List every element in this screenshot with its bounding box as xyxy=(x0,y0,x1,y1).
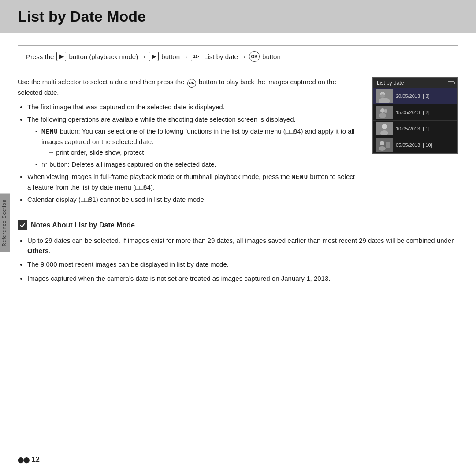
screen-title: List by date xyxy=(377,80,404,86)
thumb-3 xyxy=(376,122,393,135)
svg-point-8 xyxy=(384,109,387,113)
camera-row-3[interactable]: 10/05/2013 [ 1] xyxy=(373,121,457,137)
camera-row-4[interactable]: 05/05/2013 [ 10] xyxy=(373,137,457,153)
checkmark-svg xyxy=(19,222,26,228)
thumb-svg-2 xyxy=(376,106,393,119)
check-icon xyxy=(18,220,27,230)
ok-inline-icon: OK xyxy=(187,79,196,88)
row-1-date: 20/05/2013 [ 3] xyxy=(396,93,455,99)
camera-screen: List by date 20/05/2013 [ 3] xyxy=(372,77,458,154)
notes-title: Notes About List by Date Mode xyxy=(31,221,135,229)
notes-header: Notes About List by Date Mode xyxy=(18,220,458,230)
play-button-icon: ▶ xyxy=(56,52,66,61)
instruction-box: Press the ▶ button (playback mode) → ▶ b… xyxy=(18,45,458,67)
instruction-text-end: button xyxy=(262,53,281,60)
sub-item-delete: 🗑 button: Deletes all images captured on… xyxy=(35,159,359,170)
bullet-item-3: When viewing images in full-frame playba… xyxy=(27,171,359,193)
row-1-info: 20/05/2013 [ 3] xyxy=(396,93,455,99)
thumb-svg-1 xyxy=(376,89,393,103)
row-2-info: 15/05/2013 [ 2] xyxy=(396,110,455,115)
camera-row-2[interactable]: 15/05/2013 [ 2] xyxy=(373,104,457,121)
text-column: Use the multi selector to select a date … xyxy=(18,77,359,208)
play-button2-icon: ▶ xyxy=(149,52,159,61)
two-column-layout: Use the multi selector to select a date … xyxy=(18,77,458,208)
svg-point-7 xyxy=(379,113,386,118)
page-number: 12 xyxy=(32,456,40,464)
main-content: Press the ▶ button (playback mode) → ▶ b… xyxy=(0,33,476,208)
reference-section-label: Reference Section xyxy=(0,194,10,252)
main-bullet-list: The first image that was captured on the… xyxy=(18,102,359,205)
battery-icon xyxy=(448,81,454,85)
row-4-info: 05/05/2013 [ 10] xyxy=(396,142,455,148)
note-item-3: Images captured when the camera's date i… xyxy=(27,273,458,283)
instruction-text-before: Press the xyxy=(26,53,54,60)
list-date-icon: 12▪ xyxy=(191,52,201,61)
svg-point-10 xyxy=(382,124,387,129)
bullet-item-2: The following operations are available w… xyxy=(27,114,359,170)
thumb-1 xyxy=(376,89,393,103)
footer-icon: ⬤⬤ xyxy=(18,457,29,463)
page-title: List by Date Mode xyxy=(18,8,458,25)
ok-button-icon: OK xyxy=(249,51,260,62)
instruction-list-by-date: List by date → xyxy=(204,53,246,60)
instruction-text-middle2: button → xyxy=(161,53,188,60)
camera-row-1[interactable]: 20/05/2013 [ 3] xyxy=(373,88,457,104)
trash-icon: 🗑 xyxy=(41,160,48,170)
bullet-item-1: The first image that was captured on the… xyxy=(27,102,359,112)
notes-section: Notes About List by Date Mode Up to 29 d… xyxy=(0,208,476,283)
svg-point-13 xyxy=(380,141,384,145)
thumb-svg-3 xyxy=(376,122,393,135)
menu-label-inline: MENU xyxy=(291,174,308,181)
thumb-2 xyxy=(376,106,393,119)
svg-point-4 xyxy=(380,94,385,98)
row-3-date: 10/05/2013 [ 1] xyxy=(396,126,455,131)
menu-label: MENU xyxy=(41,128,58,135)
camera-screen-header: List by date xyxy=(373,78,457,88)
page-header: List by Date Mode xyxy=(0,0,476,33)
row-4-date: 05/05/2013 [ 10] xyxy=(396,142,455,148)
notes-list: Up to 29 dates can be selected. If image… xyxy=(18,235,458,283)
page-footer: ⬤⬤ 12 xyxy=(18,456,40,464)
instruction-text-middle1: button (playback mode) → xyxy=(69,53,146,60)
svg-rect-15 xyxy=(386,142,390,148)
others-bold: Others xyxy=(27,247,48,254)
note-item-2: The 9,000 most recent images can be disp… xyxy=(27,259,458,269)
row-2-date: 15/05/2013 [ 2] xyxy=(396,110,455,115)
print-options: → print order, slide show, protect xyxy=(41,147,359,157)
intro-paragraph: Use the multi selector to select a date … xyxy=(18,77,359,97)
sub-bullet-list: MENU button: You can select one of the f… xyxy=(27,126,359,170)
svg-point-14 xyxy=(379,146,386,151)
bullet-item-4: Calendar display (□□81) cannot be used i… xyxy=(27,194,359,205)
thumb-4 xyxy=(376,138,393,152)
row-3-info: 10/05/2013 [ 1] xyxy=(396,126,455,131)
note-item-1: Up to 29 dates can be selected. If image… xyxy=(27,235,458,256)
sub-item-menu: MENU button: You can select one of the f… xyxy=(35,126,359,157)
thumb-svg-4 xyxy=(376,138,393,152)
